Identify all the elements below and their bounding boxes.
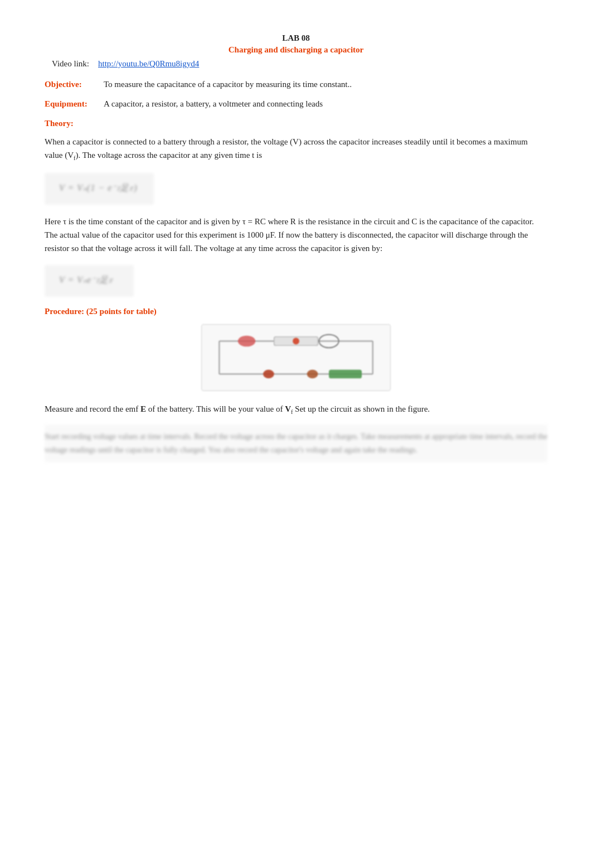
formula2-block: V = Vₙe⁻𝑡⾜𝜏 <box>45 265 134 297</box>
equipment-label: Equipment: <box>45 99 95 109</box>
svg-rect-11 <box>329 370 362 379</box>
video-link-url[interactable]: http://youtu.be/Q0Rmu8igyd4 <box>98 59 199 69</box>
emf-bold: E <box>140 404 146 413</box>
blurred-text-block: Start recording voltage values at time i… <box>45 425 547 462</box>
equipment-text: A capacitor, a resistor, a battery, a vo… <box>104 99 547 109</box>
objective-text: To measure the capacitance of a capacito… <box>104 80 547 89</box>
video-link-label: Video link: <box>45 59 89 69</box>
vf-bold: V <box>285 404 291 413</box>
circuit-diagram-svg <box>202 325 390 390</box>
svg-text:V = Vₙe⁻𝑡⾜𝜏: V = Vₙe⁻𝑡⾜𝜏 <box>59 275 114 284</box>
theory-label: Theory: <box>45 119 547 128</box>
svg-point-10 <box>307 370 318 379</box>
lab-title: LAB 08 <box>45 33 547 43</box>
svg-point-6 <box>238 336 255 347</box>
procedure-paragraph1: Measure and record the emf E of the batt… <box>45 402 547 417</box>
formula2-svg: V = Vₙe⁻𝑡⾜𝜏 <box>55 269 122 290</box>
theory-paragraph2: Here τ is the time constant of the capac… <box>45 215 547 255</box>
svg-point-9 <box>263 370 274 379</box>
objective-label: Objective: <box>45 80 95 89</box>
svg-point-12 <box>293 338 299 345</box>
theory-paragraph1: When a capacitor is connected to a batte… <box>45 135 547 163</box>
formula1-svg: V = Vₙ(1 − e⁻𝑡⾜𝜏) <box>55 177 144 197</box>
procedure-label: Procedure: (25 points for table) <box>45 307 547 316</box>
lab-subtitle: Charging and discharging a capacitor <box>45 45 547 55</box>
svg-text:V = Vₙ(1 − e⁻𝑡⾜𝜏): V = Vₙ(1 − e⁻𝑡⾜𝜏) <box>59 183 138 193</box>
circuit-diagram <box>201 324 391 391</box>
formula1-block: V = Vₙ(1 − e⁻𝑡⾜𝜏) <box>45 173 154 205</box>
